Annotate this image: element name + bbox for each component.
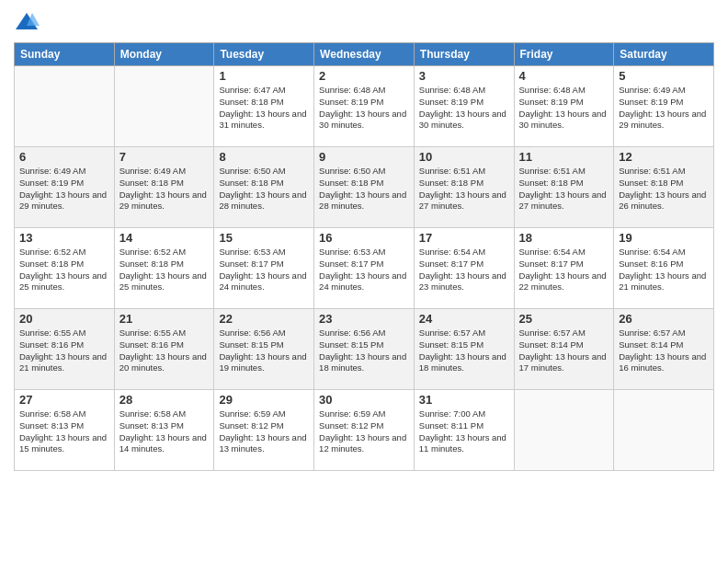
calendar-cell: 8Sunrise: 6:50 AM Sunset: 8:18 PM Daylig…: [214, 147, 314, 228]
calendar-week-2: 6Sunrise: 6:49 AM Sunset: 8:19 PM Daylig…: [15, 147, 714, 228]
day-number: 10: [419, 150, 509, 164]
calendar-cell: 29Sunrise: 6:59 AM Sunset: 8:12 PM Dayli…: [214, 390, 314, 471]
calendar-cell: 3Sunrise: 6:48 AM Sunset: 8:19 PM Daylig…: [414, 66, 514, 147]
day-info: Sunrise: 6:55 AM Sunset: 8:16 PM Dayligh…: [19, 327, 109, 374]
day-number: 17: [419, 231, 509, 245]
day-number: 1: [219, 69, 309, 83]
day-info: Sunrise: 6:58 AM Sunset: 8:13 PM Dayligh…: [19, 408, 109, 455]
calendar-cell: 23Sunrise: 6:56 AM Sunset: 8:15 PM Dayli…: [314, 309, 415, 390]
calendar-cell: 30Sunrise: 6:59 AM Sunset: 8:12 PM Dayli…: [314, 390, 415, 471]
day-info: Sunrise: 6:48 AM Sunset: 8:19 PM Dayligh…: [519, 85, 609, 132]
day-info: Sunrise: 6:47 AM Sunset: 8:18 PM Dayligh…: [219, 85, 309, 132]
day-info: Sunrise: 7:00 AM Sunset: 8:11 PM Dayligh…: [419, 408, 509, 455]
day-info: Sunrise: 6:54 AM Sunset: 8:17 PM Dayligh…: [519, 247, 609, 293]
day-number: 2: [319, 69, 409, 83]
day-number: 7: [119, 150, 210, 164]
calendar-cell: 2Sunrise: 6:48 AM Sunset: 8:19 PM Daylig…: [314, 66, 415, 147]
calendar-cell: 28Sunrise: 6:58 AM Sunset: 8:13 PM Dayli…: [114, 390, 214, 471]
day-number: 23: [319, 312, 409, 326]
day-info: Sunrise: 6:49 AM Sunset: 8:19 PM Dayligh…: [19, 166, 109, 213]
column-header-monday: Monday: [114, 43, 214, 66]
day-info: Sunrise: 6:58 AM Sunset: 8:13 PM Dayligh…: [119, 408, 210, 455]
column-header-tuesday: Tuesday: [214, 43, 314, 66]
calendar-cell: 18Sunrise: 6:54 AM Sunset: 8:17 PM Dayli…: [514, 228, 614, 309]
calendar-week-4: 20Sunrise: 6:55 AM Sunset: 8:16 PM Dayli…: [15, 309, 714, 390]
calendar-cell: 10Sunrise: 6:51 AM Sunset: 8:18 PM Dayli…: [414, 147, 514, 228]
day-info: Sunrise: 6:54 AM Sunset: 8:17 PM Dayligh…: [419, 247, 509, 293]
calendar-cell: 5Sunrise: 6:49 AM Sunset: 8:19 PM Daylig…: [614, 66, 714, 147]
day-number: 27: [19, 393, 109, 407]
calendar-cell: 4Sunrise: 6:48 AM Sunset: 8:19 PM Daylig…: [514, 66, 614, 147]
calendar-cell: 7Sunrise: 6:49 AM Sunset: 8:18 PM Daylig…: [114, 147, 214, 228]
day-info: Sunrise: 6:59 AM Sunset: 8:12 PM Dayligh…: [319, 408, 409, 455]
day-info: Sunrise: 6:53 AM Sunset: 8:17 PM Dayligh…: [319, 247, 409, 293]
column-header-saturday: Saturday: [614, 43, 714, 66]
calendar-cell: 24Sunrise: 6:57 AM Sunset: 8:15 PM Dayli…: [414, 309, 514, 390]
day-info: Sunrise: 6:57 AM Sunset: 8:15 PM Dayligh…: [419, 327, 509, 374]
calendar-table: SundayMondayTuesdayWednesdayThursdayFrid…: [14, 42, 714, 471]
day-info: Sunrise: 6:57 AM Sunset: 8:14 PM Dayligh…: [519, 327, 609, 374]
calendar-cell: 1Sunrise: 6:47 AM Sunset: 8:18 PM Daylig…: [214, 66, 314, 147]
column-header-thursday: Thursday: [414, 43, 514, 66]
logo: [14, 9, 43, 35]
calendar-cell: 14Sunrise: 6:52 AM Sunset: 8:18 PM Dayli…: [114, 228, 214, 309]
calendar-cell: 13Sunrise: 6:52 AM Sunset: 8:18 PM Dayli…: [15, 228, 115, 309]
day-number: 13: [19, 231, 109, 245]
calendar-cell: 25Sunrise: 6:57 AM Sunset: 8:14 PM Dayli…: [514, 309, 614, 390]
calendar-cell: 21Sunrise: 6:55 AM Sunset: 8:16 PM Dayli…: [114, 309, 214, 390]
header: [14, 9, 714, 35]
calendar-cell: 12Sunrise: 6:51 AM Sunset: 8:18 PM Dayli…: [614, 147, 714, 228]
calendar-week-1: 1Sunrise: 6:47 AM Sunset: 8:18 PM Daylig…: [15, 66, 714, 147]
day-number: 28: [119, 393, 210, 407]
day-info: Sunrise: 6:48 AM Sunset: 8:19 PM Dayligh…: [419, 85, 509, 132]
header-row: SundayMondayTuesdayWednesdayThursdayFrid…: [15, 43, 714, 66]
calendar-cell: 20Sunrise: 6:55 AM Sunset: 8:16 PM Dayli…: [15, 309, 115, 390]
day-info: Sunrise: 6:55 AM Sunset: 8:16 PM Dayligh…: [119, 327, 210, 374]
calendar-cell: [15, 66, 115, 147]
column-header-friday: Friday: [514, 43, 614, 66]
day-info: Sunrise: 6:49 AM Sunset: 8:19 PM Dayligh…: [619, 85, 709, 132]
calendar-cell: 11Sunrise: 6:51 AM Sunset: 8:18 PM Dayli…: [514, 147, 614, 228]
day-number: 4: [519, 69, 609, 83]
day-number: 30: [319, 393, 409, 407]
calendar-cell: 16Sunrise: 6:53 AM Sunset: 8:17 PM Dayli…: [314, 228, 415, 309]
calendar-week-3: 13Sunrise: 6:52 AM Sunset: 8:18 PM Dayli…: [15, 228, 714, 309]
day-info: Sunrise: 6:57 AM Sunset: 8:14 PM Dayligh…: [619, 327, 709, 374]
day-info: Sunrise: 6:51 AM Sunset: 8:18 PM Dayligh…: [619, 166, 709, 213]
calendar-cell: [614, 390, 714, 471]
day-number: 22: [219, 312, 309, 326]
calendar-cell: 22Sunrise: 6:56 AM Sunset: 8:15 PM Dayli…: [214, 309, 314, 390]
day-info: Sunrise: 6:49 AM Sunset: 8:18 PM Dayligh…: [119, 166, 210, 213]
day-info: Sunrise: 6:50 AM Sunset: 8:18 PM Dayligh…: [319, 166, 409, 213]
logo-icon: [14, 9, 40, 35]
calendar-cell: 27Sunrise: 6:58 AM Sunset: 8:13 PM Dayli…: [15, 390, 115, 471]
day-number: 6: [19, 150, 109, 164]
day-info: Sunrise: 6:59 AM Sunset: 8:12 PM Dayligh…: [219, 408, 309, 455]
calendar-cell: 6Sunrise: 6:49 AM Sunset: 8:19 PM Daylig…: [15, 147, 115, 228]
calendar-cell: [114, 66, 214, 147]
calendar-cell: 31Sunrise: 7:00 AM Sunset: 8:11 PM Dayli…: [414, 390, 514, 471]
day-info: Sunrise: 6:52 AM Sunset: 8:18 PM Dayligh…: [119, 247, 210, 293]
day-number: 24: [419, 312, 509, 326]
calendar-cell: 26Sunrise: 6:57 AM Sunset: 8:14 PM Dayli…: [614, 309, 714, 390]
day-number: 8: [219, 150, 309, 164]
day-info: Sunrise: 6:56 AM Sunset: 8:15 PM Dayligh…: [319, 327, 409, 374]
day-number: 19: [619, 231, 709, 245]
day-info: Sunrise: 6:54 AM Sunset: 8:16 PM Dayligh…: [619, 247, 709, 293]
column-header-wednesday: Wednesday: [314, 43, 415, 66]
day-number: 21: [119, 312, 210, 326]
calendar-cell: 19Sunrise: 6:54 AM Sunset: 8:16 PM Dayli…: [614, 228, 714, 309]
day-number: 29: [219, 393, 309, 407]
day-number: 26: [619, 312, 709, 326]
day-number: 15: [219, 231, 309, 245]
day-info: Sunrise: 6:51 AM Sunset: 8:18 PM Dayligh…: [419, 166, 509, 213]
page: SundayMondayTuesdayWednesdayThursdayFrid…: [0, 0, 728, 563]
day-info: Sunrise: 6:56 AM Sunset: 8:15 PM Dayligh…: [219, 327, 309, 374]
day-number: 3: [419, 69, 509, 83]
day-number: 18: [519, 231, 609, 245]
day-number: 12: [619, 150, 709, 164]
day-number: 31: [419, 393, 509, 407]
calendar-cell: [514, 390, 614, 471]
day-info: Sunrise: 6:52 AM Sunset: 8:18 PM Dayligh…: [19, 247, 109, 293]
calendar-cell: 9Sunrise: 6:50 AM Sunset: 8:18 PM Daylig…: [314, 147, 415, 228]
